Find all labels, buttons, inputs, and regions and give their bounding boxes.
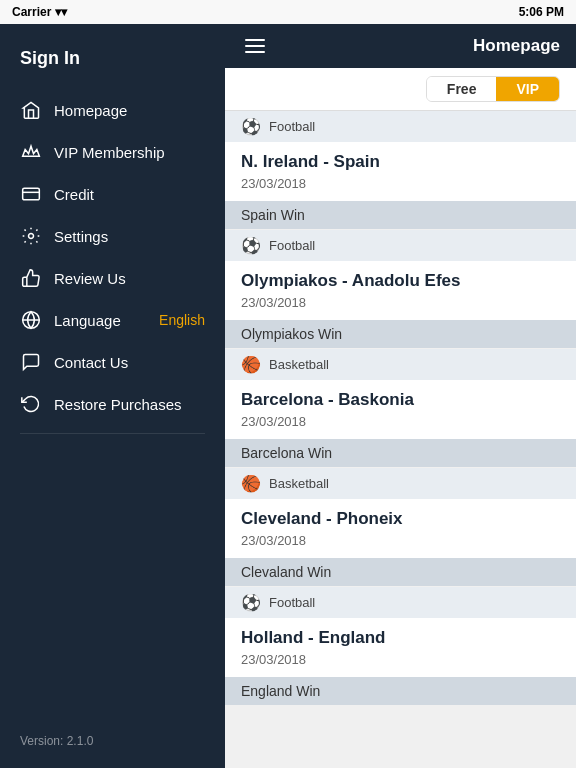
match-name: Holland - England: [241, 628, 560, 648]
sport-name: Football: [269, 119, 315, 134]
sport-emoji: ⚽: [241, 117, 261, 136]
prediction-result: Olympiakos Win: [225, 320, 576, 348]
chat-icon: [20, 351, 42, 373]
card-body: N. Ireland - Spain 23/03/2018: [225, 142, 576, 201]
navbar: Homepage: [225, 24, 576, 68]
prediction-card[interactable]: ⚽ Football N. Ireland - Spain 23/03/2018…: [225, 111, 576, 229]
match-date: 23/03/2018: [241, 652, 560, 667]
sport-name: Basketball: [269, 476, 329, 491]
prediction-result: Barcelona Win: [225, 439, 576, 467]
card-header: 🏀 Basketball: [225, 349, 576, 380]
card-header: ⚽ Football: [225, 230, 576, 261]
match-date: 23/03/2018: [241, 414, 560, 429]
sport-emoji: ⚽: [241, 593, 261, 612]
card-header: ⚽ Football: [225, 587, 576, 618]
card-body: Barcelona - Baskonia 23/03/2018: [225, 380, 576, 439]
credit-label: Credit: [54, 186, 205, 203]
sidebar-item-language[interactable]: Language English: [0, 299, 225, 341]
svg-rect-0: [23, 188, 40, 200]
sidebar-item-review-us[interactable]: Review Us: [0, 257, 225, 299]
main-content: Homepage Free VIP ⚽ Football N. Ireland …: [225, 24, 576, 768]
sidebar-title: Sign In: [0, 40, 225, 89]
card-body: Cleveland - Phoneix 23/03/2018: [225, 499, 576, 558]
match-date: 23/03/2018: [241, 176, 560, 191]
tab-free[interactable]: Free: [427, 77, 497, 101]
prediction-card[interactable]: ⚽ Football Olympiakos - Anadolu Efes 23/…: [225, 230, 576, 348]
sport-name: Football: [269, 595, 315, 610]
hamburger-line-1: [245, 39, 265, 41]
sidebar-item-vip-membership[interactable]: VIP Membership: [0, 131, 225, 173]
card-header: 🏀 Basketball: [225, 468, 576, 499]
crown-icon: [20, 141, 42, 163]
sidebar-item-contact-us[interactable]: Contact Us: [0, 341, 225, 383]
match-name: N. Ireland - Spain: [241, 152, 560, 172]
tab-group: Free VIP: [426, 76, 560, 102]
prediction-result: Clevaland Win: [225, 558, 576, 586]
prediction-card[interactable]: ⚽ Football Holland - England 23/03/2018 …: [225, 587, 576, 705]
review-us-label: Review Us: [54, 270, 205, 287]
sidebar-item-homepage[interactable]: Homepage: [0, 89, 225, 131]
sidebar-item-restore-purchases[interactable]: Restore Purchases: [0, 383, 225, 425]
app-container: Sign In Homepage VIP Membership Credit: [0, 24, 576, 768]
vip-membership-label: VIP Membership: [54, 144, 205, 161]
restore-icon: [20, 393, 42, 415]
current-time: 5:06 PM: [519, 5, 564, 19]
match-date: 23/03/2018: [241, 295, 560, 310]
language-label: Language: [54, 312, 147, 329]
predictions-list[interactable]: ⚽ Football N. Ireland - Spain 23/03/2018…: [225, 111, 576, 768]
sidebar-item-credit[interactable]: Credit: [0, 173, 225, 215]
sport-emoji: ⚽: [241, 236, 261, 255]
settings-label: Settings: [54, 228, 205, 245]
prediction-result: Spain Win: [225, 201, 576, 229]
settings-icon: [20, 225, 42, 247]
match-date: 23/03/2018: [241, 533, 560, 548]
sport-emoji: 🏀: [241, 474, 261, 493]
card-body: Olympiakos - Anadolu Efes 23/03/2018: [225, 261, 576, 320]
prediction-result: England Win: [225, 677, 576, 705]
card-header: ⚽ Football: [225, 111, 576, 142]
globe-icon: [20, 309, 42, 331]
sidebar: Sign In Homepage VIP Membership Credit: [0, 24, 225, 768]
prediction-card[interactable]: 🏀 Basketball Barcelona - Baskonia 23/03/…: [225, 349, 576, 467]
navbar-title: Homepage: [269, 36, 560, 56]
thumbsup-icon: [20, 267, 42, 289]
hamburger-line-3: [245, 51, 265, 53]
credit-icon: [20, 183, 42, 205]
prediction-card[interactable]: 🏀 Basketball Cleveland - Phoneix 23/03/2…: [225, 468, 576, 586]
hamburger-line-2: [245, 45, 265, 47]
tab-bar: Free VIP: [225, 68, 576, 111]
sidebar-item-settings[interactable]: Settings: [0, 215, 225, 257]
tab-vip[interactable]: VIP: [496, 77, 559, 101]
match-name: Barcelona - Baskonia: [241, 390, 560, 410]
hamburger-button[interactable]: [241, 35, 269, 57]
version-label: Version: 2.1.0: [0, 722, 225, 760]
wifi-icon: ▾▾: [55, 5, 67, 19]
carrier-label: Carrier: [12, 5, 51, 19]
match-name: Olympiakos - Anadolu Efes: [241, 271, 560, 291]
card-body: Holland - England 23/03/2018: [225, 618, 576, 677]
home-icon: [20, 99, 42, 121]
sport-emoji: 🏀: [241, 355, 261, 374]
match-name: Cleveland - Phoneix: [241, 509, 560, 529]
contact-us-label: Contact Us: [54, 354, 205, 371]
sidebar-divider: [20, 433, 205, 434]
svg-point-2: [29, 234, 34, 239]
restore-purchases-label: Restore Purchases: [54, 396, 205, 413]
language-value: English: [159, 312, 205, 328]
carrier-info: Carrier ▾▾: [12, 5, 67, 19]
sport-name: Football: [269, 238, 315, 253]
time-display: 5:06 PM: [519, 5, 564, 19]
homepage-label: Homepage: [54, 102, 205, 119]
sport-name: Basketball: [269, 357, 329, 372]
status-bar: Carrier ▾▾ 5:06 PM: [0, 0, 576, 24]
